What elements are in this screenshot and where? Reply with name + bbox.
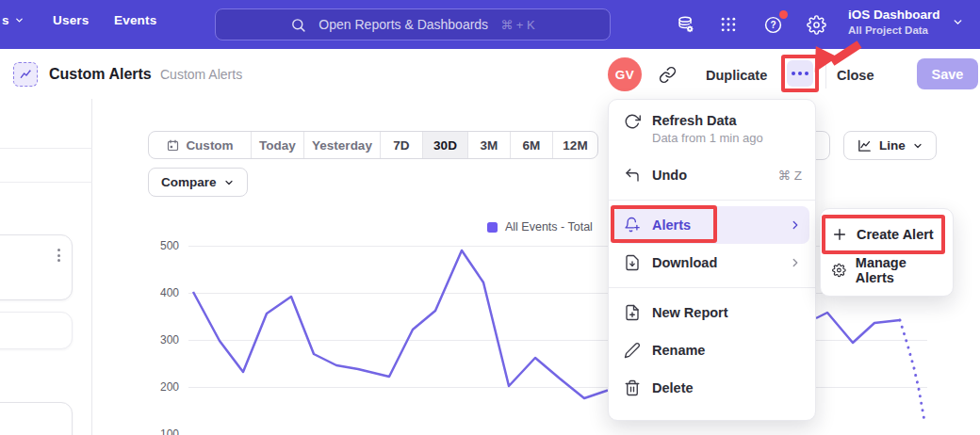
nav-item-partial-label: s — [2, 13, 9, 27]
date-range-control: Custom Today Yesterday 7D 30D 3M 6M 12M — [148, 131, 598, 159]
range-today[interactable]: Today — [251, 132, 303, 158]
duplicate-button[interactable]: Duplicate — [706, 68, 767, 83]
range-3m[interactable]: 3M — [467, 132, 510, 158]
submenu-item-label: Manage Alerts — [856, 255, 941, 285]
report-type-icon — [13, 62, 38, 87]
global-search-input[interactable]: Open Reports & Dashboards ⌘ + K — [215, 8, 611, 40]
y-axis-label: 300 — [151, 333, 179, 346]
search-shortcut: ⌘ + K — [500, 18, 535, 32]
menu-item-label: Undo — [652, 168, 767, 183]
divider — [0, 148, 92, 149]
dashboard-card[interactable] — [0, 312, 73, 349]
dashboard-card[interactable] — [0, 402, 73, 435]
search-placeholder: Open Reports & Dashboards — [318, 17, 488, 32]
pencil-icon — [624, 342, 641, 359]
chevron-right-icon — [789, 256, 802, 269]
save-button[interactable]: Save — [917, 58, 978, 89]
menu-item-refresh-data[interactable]: Refresh Data Data from 1 min ago — [609, 109, 815, 156]
menu-item-sub: Data from 1 min ago — [652, 131, 802, 145]
y-axis-label: 400 — [151, 286, 179, 299]
calendar-icon — [166, 138, 180, 153]
top-navbar: s Users Events Open Reports & Dashboards… — [0, 0, 980, 49]
y-axis-label: 500 — [151, 239, 179, 252]
range-label: Custom — [186, 138, 233, 153]
left-sidebar — [0, 99, 92, 435]
range-30d[interactable]: 30D — [422, 132, 467, 158]
undo-icon — [624, 167, 641, 184]
menu-item-alerts[interactable]: Alerts — [614, 206, 809, 244]
avatar[interactable]: GV — [608, 57, 642, 91]
apps-grid-icon[interactable] — [715, 11, 742, 38]
legend-label: All Events - Total — [505, 220, 593, 234]
search-icon — [290, 17, 306, 33]
menu-item-new-report[interactable]: New Report — [609, 294, 815, 331]
menu-item-label: Rename — [652, 343, 802, 358]
divider — [609, 200, 815, 201]
range-custom[interactable]: Custom — [149, 132, 251, 158]
svg-text:?: ? — [770, 20, 776, 30]
close-button[interactable]: Close — [837, 68, 874, 83]
chevron-down-icon — [912, 140, 923, 152]
submenu-item-create-alert[interactable]: Create Alert — [821, 217, 953, 252]
refresh-icon — [624, 113, 641, 130]
menu-item-label: Refresh Data — [652, 113, 802, 128]
context-menu: Refresh Data Data from 1 min ago Undo ⌘ … — [608, 99, 816, 421]
submenu-item-label: Create Alert — [857, 227, 934, 242]
kebab-menu-icon[interactable] — [57, 249, 60, 262]
chevron-down-icon — [14, 15, 24, 25]
help-icon[interactable]: ? — [760, 11, 786, 38]
nav-item-events[interactable]: Events — [114, 13, 156, 27]
compare-dropdown[interactable]: Compare — [148, 168, 248, 197]
menu-item-delete[interactable]: Delete — [609, 369, 815, 407]
line-chart-icon — [857, 137, 873, 153]
download-icon — [624, 254, 641, 271]
range-12m[interactable]: 12M — [552, 132, 597, 158]
menu-shortcut: ⌘ Z — [778, 168, 803, 183]
file-plus-icon — [624, 304, 641, 321]
chevron-right-icon — [789, 218, 802, 232]
copy-link-icon[interactable] — [659, 66, 677, 84]
divider — [0, 182, 92, 183]
page-title: Custom Alerts — [49, 66, 152, 83]
submenu-item-manage-alerts[interactable]: Manage Alerts — [821, 252, 953, 288]
notification-dot — [779, 10, 788, 19]
project-switcher[interactable]: iOS Dashboard All Project Data — [848, 7, 964, 37]
project-name: iOS Dashboard — [848, 7, 940, 24]
report-header: Custom Alerts Custom Alerts GV Duplicate… — [0, 49, 980, 99]
gridline — [188, 340, 927, 341]
settings-icon[interactable] — [803, 11, 829, 38]
gridline — [188, 387, 927, 388]
dashboard-card[interactable] — [0, 234, 73, 300]
menu-item-label: Delete — [652, 380, 802, 395]
gear-icon — [832, 263, 846, 278]
nav-item-users[interactable]: Users — [53, 13, 90, 27]
legend-swatch — [487, 222, 498, 233]
menu-item-undo[interactable]: Undo ⌘ Z — [609, 156, 815, 194]
more-options-button[interactable] — [787, 60, 813, 87]
bell-plus-icon — [624, 217, 641, 234]
chevron-down-icon — [223, 177, 235, 188]
range-6m[interactable]: 6M — [510, 132, 552, 158]
alerts-submenu: Create Alert Manage Alerts — [820, 208, 954, 297]
divider — [609, 287, 815, 288]
plus-icon — [832, 227, 847, 242]
trash-icon — [624, 379, 641, 396]
range-yesterday[interactable]: Yesterday — [303, 132, 380, 158]
chart-legend: All Events - Total — [487, 220, 593, 234]
data-management-icon[interactable] — [672, 11, 698, 38]
menu-item-label: Alerts — [652, 218, 777, 233]
chart-type-label: Line — [879, 138, 906, 153]
project-scope: All Project Data — [848, 24, 940, 37]
y-axis-label: 200 — [151, 380, 179, 394]
y-axis-label: 100 — [151, 427, 179, 435]
compare-label: Compare — [161, 175, 217, 189]
nav-item-partial[interactable]: s — [2, 13, 24, 27]
breadcrumb: Custom Alerts — [160, 67, 242, 82]
menu-item-download[interactable]: Download — [609, 244, 815, 282]
menu-item-label: New Report — [652, 305, 802, 320]
range-7d[interactable]: 7D — [380, 132, 422, 158]
gridline — [188, 293, 927, 294]
menu-item-rename[interactable]: Rename — [609, 331, 815, 369]
gridline — [188, 246, 927, 247]
chart-type-dropdown[interactable]: Line — [843, 131, 937, 160]
